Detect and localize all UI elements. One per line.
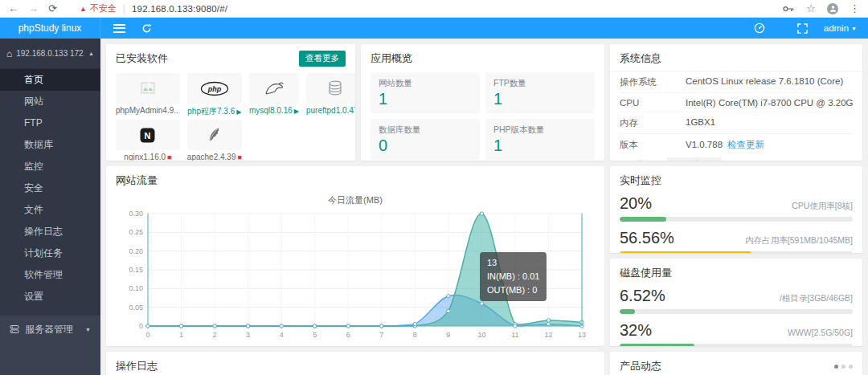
status-icon[interactable]: ▶ xyxy=(236,108,241,116)
sidebar-item-database[interactable]: 数据库 xyxy=(0,134,100,156)
root-disk-value: 6.52% xyxy=(620,287,665,305)
software-item-apache[interactable]: apache2.4.39■ xyxy=(187,120,242,161)
fullscreen-icon[interactable] xyxy=(797,23,808,34)
svg-text:0.20: 0.20 xyxy=(129,247,143,255)
warning-triangle-icon: ▲ xyxy=(80,5,87,13)
hamburger-menu-icon[interactable] xyxy=(113,22,125,35)
status-icon[interactable]: ■ xyxy=(167,153,171,161)
address-bar-url[interactable]: 192.168.0.133:9080/#/ xyxy=(132,4,227,14)
user-menu[interactable]: admin ▼ xyxy=(824,23,857,33)
website-traffic-title: 网站流量 xyxy=(106,166,604,193)
cpu-gauge: 20% CPU使用率[8核] xyxy=(610,193,862,227)
www-disk-label: WWW[2.5G/50G] xyxy=(788,328,853,337)
sidebar-server-selector[interactable]: ⌂ 192.168.0.133 172.1... ▲ xyxy=(0,39,100,69)
sidebar-item-website[interactable]: 网站 xyxy=(0,91,100,112)
progress-bar xyxy=(620,217,853,222)
carousel-dot[interactable] xyxy=(834,365,838,369)
sidebar-item-settings[interactable]: 设置 xyxy=(0,286,100,308)
check-update-link[interactable]: 检查更新 xyxy=(727,140,764,149)
svg-text:0.15: 0.15 xyxy=(129,266,143,274)
root-disk-label: /根目录[3GB/46GB] xyxy=(780,293,853,304)
svg-text:0.05: 0.05 xyxy=(129,304,143,312)
software-item-phpmyadmin[interactable]: phpMyAdmin4.9.. xyxy=(116,73,180,117)
svg-text:0.30: 0.30 xyxy=(129,210,143,218)
software-item-pureftpd[interactable]: pureftpd1.0.47▶ xyxy=(306,73,355,117)
svg-text:13: 13 xyxy=(578,331,586,339)
sidebar-item-software[interactable]: 软件管理 xyxy=(0,264,100,286)
cpu-usage-label: CPU使用率[8核] xyxy=(792,201,853,212)
sidebar-item-home[interactable]: 首页 xyxy=(0,69,100,91)
sys-label: 版本 xyxy=(620,139,686,151)
svg-text:5: 5 xyxy=(313,331,317,339)
progress-fill xyxy=(620,309,635,314)
progress-fill xyxy=(620,217,666,222)
brand-logo[interactable]: phpStudy linux xyxy=(0,18,100,39)
broken-image-icon xyxy=(141,82,155,95)
bookmark-star-icon[interactable]: ☆ xyxy=(806,3,816,14)
progress-fill xyxy=(620,251,751,253)
gauge-icon[interactable] xyxy=(754,22,765,34)
chart-title: 今日流量(MB) xyxy=(106,194,604,206)
site-security-indicator[interactable]: ▲ 不安全 | 192.168.0.133:9080/#/ xyxy=(80,2,227,14)
software-item-php[interactable]: php php程序7.3.6▶ xyxy=(187,73,242,117)
stat-label: 数据库数量 xyxy=(379,124,472,136)
system-row-cpu: CPU Intel(R) Core(TM) i7-8700 CPU @ 3.20… xyxy=(620,93,853,112)
sys-value: Intel(R) Core(TM) i7-8700 CPU @ 3.20GHz xyxy=(686,98,853,108)
browser-chrome: ← → ⟳ ▲ 不安全 | 192.168.0.133:9080/#/ ☆ ⋮ xyxy=(0,0,868,18)
refresh-icon[interactable] xyxy=(141,23,152,34)
server-ip-label: 192.168.0.133 172.1... xyxy=(16,49,84,58)
realtime-monitor-title: 实时监控 xyxy=(610,166,862,193)
system-info-card: 系统信息 操作系统 CentOS Linux release 7.6.1810 … xyxy=(610,44,862,161)
browser-menu-dots-icon[interactable]: ⋮ xyxy=(850,3,860,14)
installed-software-card: 已安装软件 查看更多 phpMyAdmin4.9.. php php程序7.3.… xyxy=(106,44,355,161)
traffic-chart[interactable]: 00.050.100.150.200.250.30012345678910111… xyxy=(106,207,604,342)
software-item-mysql[interactable]: mysql8.0.16▶ xyxy=(249,73,299,117)
website-traffic-card: 网站流量 今日流量(MB) 00.050.100.150.200.250.300… xyxy=(106,166,604,346)
sys-label: 操作系统 xyxy=(620,76,686,88)
svg-text:1: 1 xyxy=(179,331,183,339)
server-mgmt-label: 服务器管理 xyxy=(25,323,73,336)
carousel-dot[interactable] xyxy=(841,365,845,369)
status-icon[interactable]: ■ xyxy=(237,153,241,161)
sidebar-item-files[interactable]: 文件 xyxy=(0,199,100,221)
svg-text:12: 12 xyxy=(544,331,552,339)
stat-value: 0 xyxy=(379,137,472,155)
operation-log-card: 操作日志 xyxy=(106,352,604,375)
software-label: php程序7.3.6 xyxy=(187,107,235,116)
traffic-chart-canvas[interactable]: 00.050.100.150.200.250.30012345678910111… xyxy=(116,207,595,342)
root-disk-gauge: 6.52% /根目录[3GB/46GB] xyxy=(610,285,862,320)
system-info-title: 系统信息 xyxy=(610,44,862,71)
browser-forward-icon[interactable]: → xyxy=(28,3,39,14)
software-label: phpMyAdmin4.9.. xyxy=(116,106,178,115)
carousel-dot[interactable] xyxy=(849,365,853,369)
svg-text:6: 6 xyxy=(346,331,350,339)
sidebar-item-security[interactable]: 安全 xyxy=(0,177,100,199)
product-news-card: 产品动态 xyxy=(610,352,862,375)
sidebar-item-cron[interactable]: 计划任务 xyxy=(0,243,100,264)
sidebar-item-ftp[interactable]: FTP xyxy=(0,112,100,134)
svg-text:3: 3 xyxy=(246,331,250,339)
progress-bar xyxy=(620,309,853,314)
svg-text:2: 2 xyxy=(213,331,217,339)
sidebar-item-operation-log[interactable]: 操作日志 xyxy=(0,221,100,243)
php-icon: php xyxy=(200,81,229,96)
browser-back-icon[interactable]: ← xyxy=(8,3,18,14)
status-icon[interactable]: ▶ xyxy=(294,108,299,115)
www-disk-gauge: 32% WWW[2.5G/50G] xyxy=(610,320,862,346)
software-item-nginx[interactable]: N nginx1.16.0■ xyxy=(116,120,180,161)
password-key-icon[interactable] xyxy=(783,4,795,14)
sys-value: V1.0.788 xyxy=(686,140,723,149)
sidebar-item-monitor[interactable]: 监控 xyxy=(0,156,100,177)
svg-text:8: 8 xyxy=(413,331,417,339)
security-warning-label: 不安全 xyxy=(90,2,117,14)
browser-profile-avatar[interactable] xyxy=(827,3,838,14)
svg-text:10: 10 xyxy=(477,331,485,339)
sidebar-item-server-management[interactable]: 服务器管理 ▼ xyxy=(0,316,100,343)
view-more-button[interactable]: 查看更多 xyxy=(299,51,346,67)
sys-value: CentOS Linux release 7.6.1810 (Core) xyxy=(686,76,853,88)
system-row-memory: 内存 1GBX1 xyxy=(620,112,853,134)
operation-log-tab[interactable]: 操作日志 xyxy=(116,359,158,375)
browser-reload-icon[interactable]: ⟳ xyxy=(48,3,57,14)
svg-text:9: 9 xyxy=(446,331,450,339)
svg-text:0.10: 0.10 xyxy=(129,284,143,292)
